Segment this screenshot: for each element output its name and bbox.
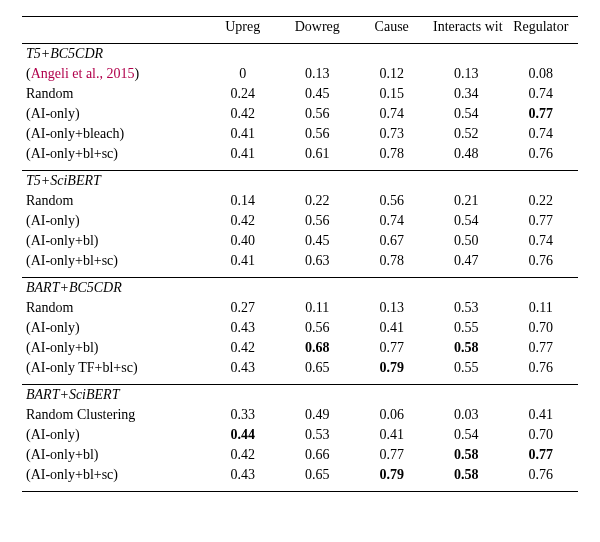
- cell-value: 0.54: [429, 211, 504, 231]
- section-title: BART+BC5CDR: [22, 278, 578, 299]
- cell-value: 0.22: [503, 191, 578, 211]
- table-row: (AI-only+bl)0.420.660.770.580.77: [22, 445, 578, 465]
- cell-value: 0.41: [205, 251, 280, 271]
- citation-link[interactable]: Angeli et al., 2015: [31, 66, 135, 81]
- table-row: Random Clustering0.330.490.060.030.41: [22, 405, 578, 425]
- cell-value: 0.45: [280, 84, 355, 104]
- cell-value: 0.15: [354, 84, 429, 104]
- cell-value: 0.56: [280, 318, 355, 338]
- cell-value: 0.52: [429, 124, 504, 144]
- row-label: Random: [22, 298, 205, 318]
- cell-value: 0.13: [280, 64, 355, 84]
- cell-value: 0.58: [429, 445, 504, 465]
- cell-value: 0.12: [354, 64, 429, 84]
- table-row: (AI-only)0.430.560.410.550.70: [22, 318, 578, 338]
- cell-value: 0.68: [280, 338, 355, 358]
- table-row: (AI-only+bl)0.400.450.670.500.74: [22, 231, 578, 251]
- cell-value: 0.41: [205, 124, 280, 144]
- table-row: (AI-only+bleach)0.410.560.730.520.74: [22, 124, 578, 144]
- cell-value: 0.13: [354, 298, 429, 318]
- cell-value: 0.54: [429, 425, 504, 445]
- row-label: (AI-only+bl+sc): [22, 465, 205, 485]
- cell-value: 0.45: [280, 231, 355, 251]
- col-c1: Upreg: [205, 17, 280, 38]
- table-row: Random0.240.450.150.340.74: [22, 84, 578, 104]
- section-title: T5+BC5CDR: [22, 44, 578, 65]
- cell-value: 0.11: [503, 298, 578, 318]
- cell-value: 0.77: [354, 338, 429, 358]
- cell-value: 0.21: [429, 191, 504, 211]
- cell-value: 0.74: [503, 231, 578, 251]
- table-row: (AI-only)0.420.560.740.540.77: [22, 104, 578, 124]
- col-c2: Dowreg: [280, 17, 355, 38]
- cell-value: 0.76: [503, 465, 578, 485]
- cell-value: 0.41: [205, 144, 280, 164]
- row-label: (Angeli et al., 2015): [22, 64, 205, 84]
- cell-value: 0.77: [503, 338, 578, 358]
- col-c3: Cause: [354, 17, 429, 38]
- cell-value: 0.53: [280, 425, 355, 445]
- cell-value: 0.42: [205, 445, 280, 465]
- cell-value: 0.66: [280, 445, 355, 465]
- cell-value: 0.73: [354, 124, 429, 144]
- row-label: (AI-only+bl): [22, 338, 205, 358]
- cell-value: 0.54: [429, 104, 504, 124]
- row-label: (AI-only+bleach): [22, 124, 205, 144]
- cell-value: 0.44: [205, 425, 280, 445]
- cell-value: 0.63: [280, 251, 355, 271]
- cell-value: 0.43: [205, 465, 280, 485]
- cell-value: 0.14: [205, 191, 280, 211]
- cell-value: 0.13: [429, 64, 504, 84]
- table-row: (Angeli et al., 2015)00.130.120.130.08: [22, 64, 578, 84]
- cell-value: 0.40: [205, 231, 280, 251]
- section-title: T5+SciBERT: [22, 171, 578, 192]
- cell-value: 0.67: [354, 231, 429, 251]
- table-row: (AI-only+bl)0.420.680.770.580.77: [22, 338, 578, 358]
- cell-value: 0.58: [429, 465, 504, 485]
- table-row: Random0.270.110.130.530.11: [22, 298, 578, 318]
- cell-value: 0.79: [354, 358, 429, 378]
- cell-value: 0.65: [280, 465, 355, 485]
- table-row: (AI-only)0.440.530.410.540.70: [22, 425, 578, 445]
- table-row: (AI-only TF+bl+sc)0.430.650.790.550.76: [22, 358, 578, 378]
- cell-value: 0.11: [280, 298, 355, 318]
- cell-value: 0.41: [354, 318, 429, 338]
- row-label: Random Clustering: [22, 405, 205, 425]
- row-label: (AI-only): [22, 425, 205, 445]
- cell-value: 0.56: [280, 104, 355, 124]
- cell-value: 0.78: [354, 251, 429, 271]
- row-label: (AI-only+bl): [22, 231, 205, 251]
- cell-value: 0.41: [503, 405, 578, 425]
- cell-value: 0.58: [429, 338, 504, 358]
- table-row: (AI-only+bl+sc)0.410.610.780.480.76: [22, 144, 578, 164]
- table-row: (AI-only)0.420.560.740.540.77: [22, 211, 578, 231]
- cell-value: 0.43: [205, 318, 280, 338]
- table-row: (AI-only+bl+sc)0.410.630.780.470.76: [22, 251, 578, 271]
- cell-value: 0.56: [354, 191, 429, 211]
- cell-value: 0.56: [280, 124, 355, 144]
- cell-value: 0.56: [280, 211, 355, 231]
- cell-value: 0.65: [280, 358, 355, 378]
- table-row: (AI-only+bl+sc)0.430.650.790.580.76: [22, 465, 578, 485]
- row-label: Random: [22, 84, 205, 104]
- cell-value: 0.42: [205, 211, 280, 231]
- cell-value: 0.42: [205, 338, 280, 358]
- results-table: UpregDowregCauseInteracts withRegulatorT…: [22, 16, 578, 492]
- cell-value: 0.50: [429, 231, 504, 251]
- row-label: (AI-only TF+bl+sc): [22, 358, 205, 378]
- row-label: (AI-only): [22, 104, 205, 124]
- cell-value: 0.79: [354, 465, 429, 485]
- cell-value: 0.43: [205, 358, 280, 378]
- cell-value: 0.03: [429, 405, 504, 425]
- cell-value: 0.61: [280, 144, 355, 164]
- cell-value: 0.77: [503, 104, 578, 124]
- cell-value: 0.77: [354, 445, 429, 465]
- cell-value: 0.06: [354, 405, 429, 425]
- cell-value: 0.22: [280, 191, 355, 211]
- cell-value: 0.48: [429, 144, 504, 164]
- cell-value: 0.33: [205, 405, 280, 425]
- cell-value: 0.74: [354, 211, 429, 231]
- cell-value: 0.78: [354, 144, 429, 164]
- cell-value: 0.55: [429, 358, 504, 378]
- cell-value: 0.70: [503, 425, 578, 445]
